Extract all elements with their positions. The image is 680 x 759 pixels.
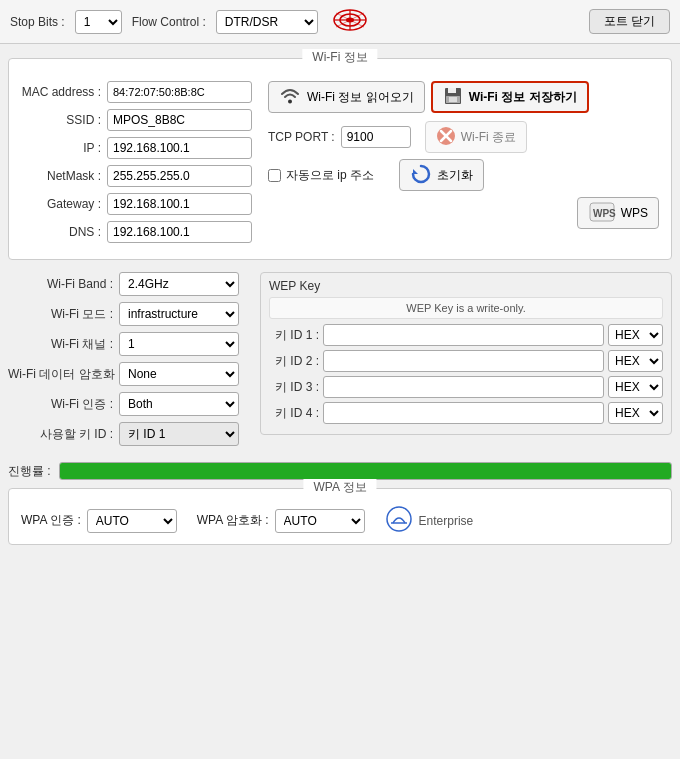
auth-label: Wi-Fi 인증 : — [8, 396, 113, 413]
mode-select[interactable]: infrastructure Ad-hoc — [119, 302, 239, 326]
close-port-button[interactable]: 포트 닫기 — [589, 9, 670, 34]
netmask-row: NetMask : — [21, 165, 252, 187]
wifi-end-icon — [436, 126, 456, 149]
wpa-encrypt-select[interactable]: AUTO TKIP AES — [275, 509, 365, 533]
wifi-left-fields: MAC address : SSID : IP : NetMask : Gate… — [21, 81, 252, 249]
wpa-auth-label: WPA 인증 : — [21, 512, 81, 529]
wpa-section: WPA 정보 WPA 인증 : AUTO WPA WPA2 WPA 암호화 : … — [8, 488, 672, 545]
key3-label: 키 ID 3 : — [269, 379, 319, 396]
auto-ip-row: 자동으로 ip 주소 초기화 — [268, 159, 659, 191]
wps-button[interactable]: WPS WPS — [577, 197, 659, 229]
enterprise-icon — [385, 505, 413, 536]
auth-row: Wi-Fi 인증 : Both Open Shared — [8, 392, 248, 416]
wpa-auth-select[interactable]: AUTO WPA WPA2 — [87, 509, 177, 533]
gateway-input[interactable] — [107, 193, 252, 215]
read-wifi-button[interactable]: Wi-Fi 정보 읽어오기 — [268, 81, 425, 113]
key1-label: 키 ID 1 : — [269, 327, 319, 344]
netmask-input[interactable] — [107, 165, 252, 187]
band-select[interactable]: 2.4GHz 5GHz — [119, 272, 239, 296]
channel-row: Wi-Fi 채널 : 1234 567 — [8, 332, 248, 356]
key-id-select[interactable]: 키 ID 1 키 ID 2 키 ID 3 키 ID 4 — [119, 422, 239, 446]
reset-button[interactable]: 초기화 — [399, 159, 484, 191]
progress-bar-inner — [60, 463, 671, 479]
tcp-port-row: TCP PORT : Wi-Fi 종료 — [268, 121, 659, 153]
auth-select[interactable]: Both Open Shared — [119, 392, 239, 416]
key3-input[interactable] — [323, 376, 604, 398]
mode-label: Wi-Fi 모드 : — [8, 306, 113, 323]
svg-rect-11 — [449, 97, 457, 102]
wps-label: WPS — [621, 206, 648, 220]
wpa-encrypt-label: WPA 암호화 : — [197, 512, 269, 529]
key4-row: 키 ID 4 : HEXASCII — [269, 402, 663, 424]
encrypt-row: Wi-Fi 데이터 암호화 : None WEP TKIP AES — [8, 362, 248, 386]
network-icon — [332, 6, 368, 37]
key3-row: 키 ID 3 : HEXASCII — [269, 376, 663, 398]
band-label: Wi-Fi Band : — [8, 277, 113, 291]
key3-type-select[interactable]: HEXASCII — [608, 376, 663, 398]
key4-input[interactable] — [323, 402, 604, 424]
mac-input[interactable] — [107, 81, 252, 103]
read-wifi-label: Wi-Fi 정보 읽어오기 — [307, 89, 414, 106]
wifi-end-label: Wi-Fi 종료 — [461, 129, 516, 146]
svg-rect-9 — [448, 88, 456, 93]
auto-ip-checkbox[interactable] — [268, 169, 281, 182]
key2-row: 키 ID 2 : HEXASCII — [269, 350, 663, 372]
mac-label: MAC address : — [21, 85, 101, 99]
wpa-section-title: WPA 정보 — [303, 479, 376, 496]
wep-title: WEP Key — [269, 279, 663, 293]
key2-label: 키 ID 2 : — [269, 353, 319, 370]
lower-config-section: Wi-Fi Band : 2.4GHz 5GHz Wi-Fi 모드 : infr… — [0, 266, 680, 458]
wpa-row: WPA 인증 : AUTO WPA WPA2 WPA 암호화 : AUTO TK… — [21, 505, 659, 536]
svg-marker-15 — [413, 169, 418, 174]
wifi-info-title: Wi-Fi 정보 — [302, 49, 377, 66]
key1-input[interactable] — [323, 324, 604, 346]
enterprise-label: Enterprise — [419, 514, 474, 528]
stop-bits-select[interactable]: 1 — [75, 10, 122, 34]
wep-box: WEP Key WEP Key is a write-only. 키 ID 1 … — [260, 272, 672, 435]
top-bar: Stop Bits : 1 Flow Control : DTR/DSR Non… — [0, 0, 680, 44]
mac-row: MAC address : — [21, 81, 252, 103]
progress-bar-outer — [59, 462, 672, 480]
key4-type-select[interactable]: HEXASCII — [608, 402, 663, 424]
stop-bits-label: Stop Bits : — [10, 15, 65, 29]
wep-section: WEP Key WEP Key is a write-only. 키 ID 1 … — [260, 272, 672, 452]
tcp-port-label: TCP PORT : — [268, 130, 335, 144]
key4-label: 키 ID 4 : — [269, 405, 319, 422]
wps-icon: WPS — [588, 201, 616, 226]
wifi-info-section: Wi-Fi 정보 MAC address : SSID : IP : NetMa… — [8, 58, 672, 260]
dns-row: DNS : — [21, 221, 252, 243]
flow-control-select[interactable]: DTR/DSR None XON/XOFF RTS/CTS — [216, 10, 318, 34]
band-row: Wi-Fi Band : 2.4GHz 5GHz — [8, 272, 248, 296]
reset-label: 초기화 — [437, 167, 473, 184]
channel-label: Wi-Fi 채널 : — [8, 336, 113, 353]
wpa-encrypt-field: WPA 암호화 : AUTO TKIP AES — [197, 509, 365, 533]
key2-type-select[interactable]: HEXASCII — [608, 350, 663, 372]
gateway-label: Gateway : — [21, 197, 101, 211]
wifi-signal-icon — [279, 87, 301, 108]
channel-select[interactable]: 1234 567 — [119, 332, 239, 356]
svg-point-18 — [387, 507, 411, 531]
dns-input[interactable] — [107, 221, 252, 243]
wifi-end-button[interactable]: Wi-Fi 종료 — [425, 121, 527, 153]
ssid-label: SSID : — [21, 113, 101, 127]
gateway-row: Gateway : — [21, 193, 252, 215]
ssid-input[interactable] — [107, 109, 252, 131]
save-wifi-button[interactable]: Wi-Fi 정보 저장하기 — [431, 81, 589, 113]
save-wifi-label: Wi-Fi 정보 저장하기 — [469, 89, 577, 106]
page-wrapper: Stop Bits : 1 Flow Control : DTR/DSR Non… — [0, 0, 680, 549]
mode-row: Wi-Fi 모드 : infrastructure Ad-hoc — [8, 302, 248, 326]
svg-point-7 — [288, 99, 292, 103]
key2-input[interactable] — [323, 350, 604, 372]
auto-ip-label: 자동으로 ip 주소 — [286, 167, 374, 184]
netmask-label: NetMask : — [21, 169, 101, 183]
key1-type-select[interactable]: HEXASCII — [608, 324, 663, 346]
save-icon — [443, 86, 463, 109]
svg-text:WPS: WPS — [593, 208, 616, 219]
encrypt-select[interactable]: None WEP TKIP AES — [119, 362, 239, 386]
ip-input[interactable] — [107, 137, 252, 159]
flow-control-label: Flow Control : — [132, 15, 206, 29]
dns-label: DNS : — [21, 225, 101, 239]
tcp-port-input[interactable] — [341, 126, 411, 148]
encrypt-label: Wi-Fi 데이터 암호화 : — [8, 366, 113, 383]
wpa-auth-field: WPA 인증 : AUTO WPA WPA2 — [21, 509, 177, 533]
